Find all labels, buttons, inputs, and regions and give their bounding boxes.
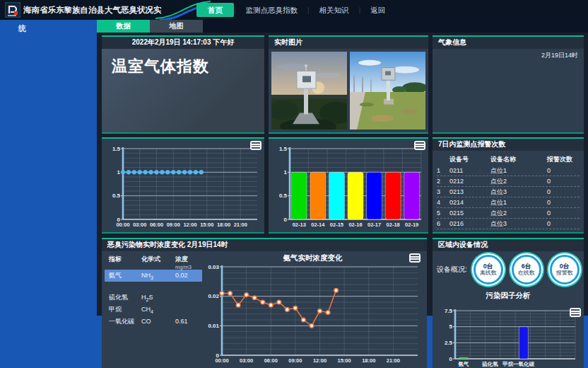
cell: 5: [437, 208, 449, 219]
chart-toolbox-icon[interactable]: [570, 308, 581, 317]
svg-text:02-15: 02-15: [330, 222, 343, 228]
column-header: 化学式: [141, 255, 175, 271]
svg-text:0: 0: [284, 217, 288, 223]
svg-text:06:00: 06:00: [264, 357, 278, 364]
cell: 1: [437, 166, 449, 176]
tab-map[interactable]: 地图: [150, 20, 203, 33]
svg-text:03:00: 03:00: [133, 222, 146, 228]
chemical-formula: NH3: [141, 270, 175, 284]
topbar: 海南省乐东黎族自治县大气恶臭状况实时发布系 首页 | 监测点恶臭指数 | 相关知…: [0, 0, 588, 20]
column-header: 设备号: [449, 154, 490, 166]
svg-text:06:00: 06:00: [150, 222, 163, 228]
alarm-count-label: 报警数: [556, 270, 573, 277]
online-count-gauge: 6台 在线数: [512, 255, 541, 284]
device-overview-label: 设备概况:: [437, 265, 467, 275]
devices-body: 设备概况: 0台 离线数 6台 在线数 0台 报警数 污染因子分析 02.557…: [433, 251, 584, 368]
cell: 点位3: [490, 219, 547, 229]
svg-text:18:00: 18:00: [217, 222, 230, 228]
online-count-label: 在线数: [518, 270, 535, 277]
odor-body: 指标化学式浓度mg/m3氨气NH30.02硫化氢H2S甲烷CH4一氧化碳CO0.…: [102, 251, 427, 368]
svg-text:1: 1: [284, 169, 288, 176]
cell: 0: [547, 197, 580, 208]
chart-svg: 00.511.502-1302-1402-1502-1602-1702-1802…: [270, 144, 427, 231]
cell: 4: [437, 197, 449, 208]
nav-item-back[interactable]: 返回: [360, 3, 395, 17]
app-title-wrapped-char: 统: [18, 23, 26, 34]
pollution-factor-chart: 02.557.5氨气硫化氢甲烷一氧化碳: [435, 306, 581, 368]
nav-item-odor-index[interactable]: 监测点恶臭指数: [236, 3, 308, 17]
cell: 点位1: [490, 166, 547, 176]
column-header: 浓度mg/m3: [175, 255, 204, 271]
svg-text:甲烷: 甲烷: [502, 361, 514, 367]
column-header: 报警次数: [547, 154, 580, 166]
chart-toolbox-icon[interactable]: [250, 141, 261, 150]
nh3-chart-wrap: 氨气实时浓度变化 00.010.020.0300:0003:0006:0009:…: [202, 251, 423, 367]
svg-text:2.5: 2.5: [445, 340, 453, 346]
online-count-value: 6台: [522, 263, 531, 270]
panel-live-photos: 实时图片: [269, 35, 428, 134]
site-photo-left: [271, 52, 347, 130]
main-nav: 首页 | 监测点恶臭指数 | 相关知识 | 返回: [196, 0, 395, 20]
dashboard-page: 海南省乐东黎族自治县大气恶臭状况实时发布系 首页 | 监测点恶臭指数 | 相关知…: [0, 0, 588, 368]
svg-text:02-18: 02-18: [387, 222, 400, 228]
table-row: 硫化氢H2S: [105, 292, 202, 304]
cell: 0213: [449, 187, 490, 197]
panel-odor-concentration: 恶臭污染物实时浓度变化 2月19日14时 指标化学式浓度mg/m3氨气NH30.…: [102, 238, 427, 368]
svg-text:02-14: 02-14: [311, 222, 325, 228]
app-title: 海南省乐东黎族自治县大气恶臭状况实时发布系: [23, 0, 161, 20]
photos-container: [271, 52, 425, 130]
nav-item-home[interactable]: 首页: [196, 3, 234, 17]
cell: 0215: [449, 208, 490, 219]
nav-item-knowledge[interactable]: 相关知识: [310, 3, 359, 17]
svg-text:15:00: 15:00: [200, 222, 213, 228]
svg-text:12:00: 12:00: [183, 222, 196, 228]
weather-info-header: 气象信息: [433, 37, 584, 49]
panel-region-devices: 区域内设备情况 设备概况: 0台 离线数 6台 在线数 0台 报警数 污染因子分…: [433, 238, 584, 368]
svg-text:1.5: 1.5: [279, 146, 288, 152]
chart-toolbox-icon[interactable]: [409, 253, 421, 263]
nh3-line-chart: 00.010.020.0300:0003:0006:0009:0012:0015…: [202, 263, 423, 367]
alarm-count-gauge: 0台 报警数: [550, 255, 580, 284]
svg-text:0.01: 0.01: [208, 323, 219, 329]
svg-text:00:00: 00:00: [116, 222, 129, 228]
odor-panel-header: 恶臭污染物实时浓度变化 2月19日14时: [102, 239, 427, 251]
chart-svg: 00.010.020.0300:0003:0006:0009:0012:0015…: [202, 263, 423, 367]
cell: 0: [547, 187, 580, 197]
svg-text:09:00: 09:00: [288, 357, 302, 364]
svg-text:21:00: 21:00: [387, 357, 400, 364]
datetime-greeting: 2022年2月19日 14:17:03 下午好: [102, 37, 264, 49]
cell: 0: [547, 166, 580, 176]
table-row: 60216点位30: [437, 219, 580, 229]
cell: 0: [547, 176, 580, 187]
weather-body: 2月19日14时: [433, 49, 584, 132]
cell: 0211: [449, 166, 490, 176]
tab-data[interactable]: 数据: [97, 20, 150, 33]
offline-count-label: 离线数: [480, 270, 497, 277]
chart-toolbox-icon[interactable]: [414, 141, 425, 150]
table-row: 10211点位10: [437, 166, 580, 176]
svg-text:00:00: 00:00: [215, 357, 228, 364]
svg-text:15:00: 15:00: [338, 357, 351, 364]
cell: 0: [547, 208, 580, 219]
table-row: 氨气NH30.02: [105, 270, 202, 282]
column-header: 设备名称: [490, 154, 547, 166]
offline-count-gauge: 0台 离线数: [474, 255, 503, 284]
svg-text:0: 0: [449, 356, 453, 362]
sidebar: 统: [0, 20, 97, 368]
cell: 0216: [449, 219, 490, 229]
pollutant-name: 氨气: [109, 270, 141, 284]
table-row: 50215点位20: [437, 208, 580, 219]
offline-count-value: 0台: [483, 263, 493, 270]
svg-text:1.5: 1.5: [112, 146, 121, 152]
panel-alarm-table: 7日内监测点报警次数 设备号设备名称报警次数10211点位1020212点位20…: [433, 137, 584, 234]
table-row: 40214点位10: [437, 197, 580, 208]
svg-text:12:00: 12:00: [313, 357, 327, 364]
tab-strip: 数据 地图: [97, 20, 588, 33]
chart-svg: 00.511.500:0003:0006:0009:0012:0015:0018…: [103, 144, 263, 231]
cell: 点位2: [490, 208, 547, 219]
svg-text:02-17: 02-17: [368, 222, 381, 228]
chemical-formula: CO: [141, 316, 175, 328]
table-row: 30213点位30: [437, 187, 580, 197]
alarm-count-value: 0台: [560, 263, 570, 270]
svg-text:03:00: 03:00: [240, 357, 253, 364]
